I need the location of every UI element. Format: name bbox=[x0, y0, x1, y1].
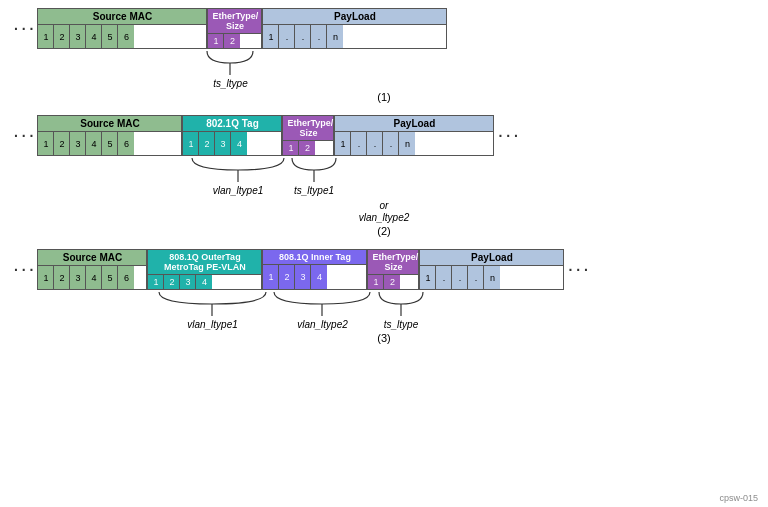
cell: 2 bbox=[279, 265, 295, 289]
field-outer-tag-3: 808.1Q OuterTagMetroTag PE-VLAN 1 2 3 4 bbox=[147, 249, 262, 290]
cell: 1 bbox=[208, 34, 224, 48]
cell: 1 bbox=[263, 265, 279, 289]
field-source-mac-3: Source MAC 1 2 3 4 5 6 bbox=[37, 249, 147, 290]
cell: . bbox=[468, 266, 484, 289]
field-payload-2: PayLoad 1 . . . n bbox=[334, 115, 494, 156]
diagram-1: · · · Source MAC 1 2 3 4 5 6 EtherType/S… bbox=[10, 8, 758, 103]
field-ethertype-2: EtherType/Size 1 2 bbox=[282, 115, 334, 156]
brace-vlan-ltype2-3 bbox=[270, 290, 375, 318]
cell: 3 bbox=[180, 275, 196, 289]
label-ts-ltype1: ts_ltype1 bbox=[288, 184, 340, 196]
field-label-ethertype-3: EtherType/Size bbox=[368, 250, 418, 275]
field-8021q-tag-2: 802.1Q Tag 1 2 3 4 bbox=[182, 115, 282, 156]
cell: . bbox=[279, 25, 295, 48]
cell: 1 bbox=[283, 141, 299, 155]
cell: n bbox=[399, 132, 415, 155]
label-vlan-ltype1: vlan_ltype1 bbox=[188, 184, 288, 196]
cell: n bbox=[327, 25, 343, 48]
cell: 1 bbox=[148, 275, 164, 289]
brace-vlan-ltype1 bbox=[188, 156, 288, 184]
cell: 4 bbox=[86, 132, 102, 155]
dots-right-3: · · · bbox=[564, 249, 591, 290]
cell: 4 bbox=[311, 265, 327, 289]
cell: 2 bbox=[54, 132, 70, 155]
brace-area-2 bbox=[188, 156, 758, 184]
cell: 2 bbox=[384, 275, 400, 289]
label-vlan-ltype2-3: vlan_ltype2 bbox=[270, 318, 375, 330]
cell: 2 bbox=[199, 132, 215, 155]
field-label-payload-3: PayLoad bbox=[420, 250, 563, 266]
diagram-3: · · · Source MAC 1 2 3 4 5 6 808.1Q Oute… bbox=[10, 249, 758, 344]
cell: 5 bbox=[102, 132, 118, 155]
label-vlan-ltype2: vlan_ltype2 bbox=[10, 211, 758, 223]
cell: 3 bbox=[70, 25, 86, 48]
diagram-1-row: · · · Source MAC 1 2 3 4 5 6 EtherType/S… bbox=[10, 8, 758, 49]
cell: . bbox=[452, 266, 468, 289]
dots-left-3: · · · bbox=[10, 249, 37, 290]
cell: 6 bbox=[118, 25, 134, 48]
caption-1: (1) bbox=[10, 91, 758, 103]
cell: 3 bbox=[70, 132, 86, 155]
cell: . bbox=[383, 132, 399, 155]
caption-3: (3) bbox=[10, 332, 758, 344]
brace-svg-1 bbox=[203, 49, 258, 77]
cell: . bbox=[311, 25, 327, 48]
cell: 1 bbox=[263, 25, 279, 48]
watermark: cpsw-015 bbox=[719, 493, 758, 503]
dots-right-2: · · · bbox=[494, 115, 521, 156]
field-label-8021q-2: 802.1Q Tag bbox=[183, 116, 281, 132]
field-label-source-mac-1: Source MAC bbox=[38, 9, 206, 25]
cell: 2 bbox=[299, 141, 315, 155]
cell: 1 bbox=[420, 266, 436, 289]
field-label-ethertype-2: EtherType/Size bbox=[283, 116, 333, 141]
cell: 2 bbox=[54, 266, 70, 289]
field-label-outer-tag-3: 808.1Q OuterTagMetroTag PE-VLAN bbox=[148, 250, 261, 275]
diagram-container: · · · Source MAC 1 2 3 4 5 6 EtherType/S… bbox=[0, 0, 768, 507]
dots-left-1: · · · bbox=[10, 8, 37, 49]
cell: 2 bbox=[54, 25, 70, 48]
cell: 4 bbox=[86, 266, 102, 289]
field-label-source-mac-3: Source MAC bbox=[38, 250, 146, 266]
cell: 2 bbox=[224, 34, 240, 48]
brace-labels-3: vlan_ltype1 vlan_ltype2 ts_ltype bbox=[155, 318, 758, 330]
cell: 5 bbox=[102, 266, 118, 289]
cell: 1 bbox=[368, 275, 384, 289]
cell: 2 bbox=[164, 275, 180, 289]
cell: 4 bbox=[196, 275, 212, 289]
field-ethertype-3: EtherType/Size 1 2 bbox=[367, 249, 419, 290]
cell: 6 bbox=[118, 132, 134, 155]
brace-area-3 bbox=[155, 290, 758, 318]
label-vlan-ltype1-3: vlan_ltype1 bbox=[155, 318, 270, 330]
field-payload-1: PayLoad 1 . . . n bbox=[262, 8, 447, 49]
brace-area-1 bbox=[203, 49, 758, 77]
cell: 1 bbox=[335, 132, 351, 155]
field-label-payload-2: PayLoad bbox=[335, 116, 493, 132]
diagram-2-row: · · · Source MAC 1 2 3 4 5 6 802.1Q Tag … bbox=[10, 115, 758, 156]
label-ts-ltype-3: ts_ltype bbox=[375, 318, 427, 330]
cell: 1 bbox=[38, 132, 54, 155]
field-label-source-mac-2: Source MAC bbox=[38, 116, 181, 132]
brace-ts-ltype-3 bbox=[375, 290, 427, 318]
cell: n bbox=[484, 266, 500, 289]
diagram-3-row: · · · Source MAC 1 2 3 4 5 6 808.1Q Oute… bbox=[10, 249, 758, 290]
field-source-mac-2: Source MAC 1 2 3 4 5 6 bbox=[37, 115, 182, 156]
caption-2: (2) bbox=[10, 225, 758, 237]
field-label-payload-1: PayLoad bbox=[263, 9, 446, 25]
cell: 3 bbox=[295, 265, 311, 289]
brace-labels-2: vlan_ltype1 ts_ltype1 bbox=[188, 184, 758, 196]
brace-ts-ltype1 bbox=[288, 156, 340, 184]
cell: 6 bbox=[118, 266, 134, 289]
cell: 4 bbox=[231, 132, 247, 155]
cell: 1 bbox=[183, 132, 199, 155]
cell: . bbox=[367, 132, 383, 155]
cell: 1 bbox=[38, 266, 54, 289]
cell: 5 bbox=[102, 25, 118, 48]
diagram-2: · · · Source MAC 1 2 3 4 5 6 802.1Q Tag … bbox=[10, 115, 758, 237]
cell: . bbox=[351, 132, 367, 155]
field-label-ethertype-1: EtherType/Size bbox=[208, 9, 261, 34]
field-source-mac-1: Source MAC 1 2 3 4 5 6 bbox=[37, 8, 207, 49]
cell: . bbox=[295, 25, 311, 48]
field-label-inner-tag-3: 808.1Q Inner Tag bbox=[263, 250, 366, 265]
label-ts-ltype-1: ts_ltype bbox=[203, 77, 258, 89]
cell: 1 bbox=[38, 25, 54, 48]
